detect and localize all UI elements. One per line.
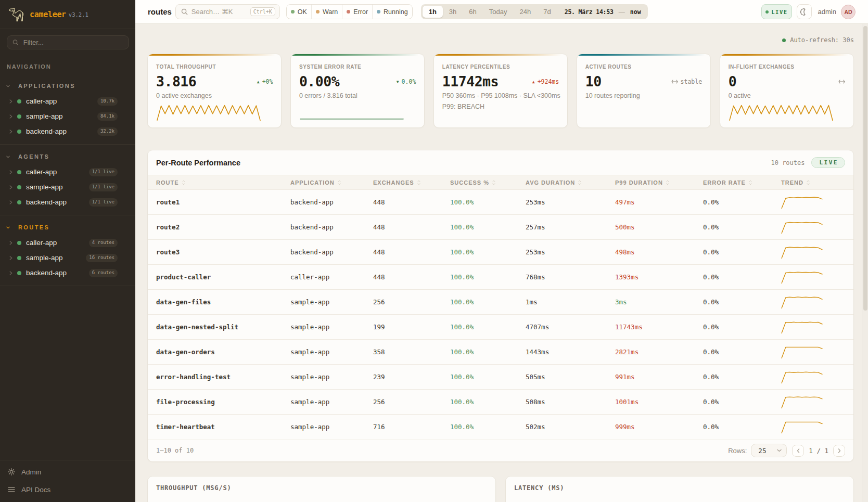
next-page-button[interactable] — [833, 445, 845, 457]
status-dot — [17, 200, 21, 204]
table-row-product-caller[interactable]: product-callercaller-app448100.0%768ms13… — [148, 265, 853, 290]
user-avatar[interactable]: AD — [841, 5, 856, 19]
p99-duration: 500ms — [615, 215, 703, 240]
live-button[interactable]: LIVE — [761, 4, 792, 19]
table-row-data-gen-files[interactable]: data-gen-filessample-app256100.0%1ms3ms0… — [148, 290, 853, 315]
table-row-route3[interactable]: route3backend-app448100.0%253ms498ms0.0% — [148, 240, 853, 265]
kpi-subtitle: 10 routes reporting — [585, 92, 702, 100]
table-footer: 1–10 of 10 Rows: 25 1 / 1 — [148, 440, 853, 461]
status-dot — [17, 130, 21, 134]
trend-sparkline — [781, 365, 853, 390]
sidebar-item-caller-app[interactable]: caller-app4 routes — [0, 235, 135, 250]
time-range-24h[interactable]: 24h — [513, 6, 537, 18]
table-row-error-handling-test[interactable]: error-handling-testsample-app239100.0%50… — [148, 365, 853, 390]
table-row-route1[interactable]: route1backend-app448100.0%253ms497ms0.0% — [148, 190, 853, 215]
sidebar-item-backend-app[interactable]: backend-app6 routes — [0, 265, 135, 280]
kpi-value: 0.00% — [299, 75, 339, 89]
kpi-value: 0 — [729, 75, 736, 89]
nav-group-header-routes[interactable]: ROUTES — [0, 220, 135, 235]
search-placeholder: Search… ⌘K — [192, 8, 247, 16]
p99-duration: 991ms — [615, 365, 703, 390]
table-row-file-processing[interactable]: file-processingsample-app256100.0%508ms1… — [148, 390, 853, 415]
trend-sparkline — [781, 340, 853, 365]
time-range-3h[interactable]: 3h — [443, 6, 463, 18]
column-header-application[interactable]: APPLICATION — [290, 175, 373, 190]
kpi-accent-bar — [291, 54, 424, 56]
nav-section-label: NAVIGATION — [7, 63, 135, 70]
sidebar-item-backend-app[interactable]: backend-app1/1 live — [0, 195, 135, 210]
application-name: caller-app — [290, 265, 373, 290]
column-header-avg-duration[interactable]: AVG DURATION — [526, 175, 615, 190]
error-rate: 0.0% — [703, 215, 781, 240]
sidebar-item-sample-app[interactable]: sample-app84.1k — [0, 109, 135, 124]
avg-duration: 502ms — [526, 415, 615, 440]
sidebar-item-backend-app[interactable]: backend-app32.2k — [0, 124, 135, 139]
sidebar-item-badge: 4 routes — [89, 239, 118, 247]
status-filter-label: Warn — [323, 8, 338, 16]
application-name: sample-app — [290, 390, 373, 415]
kpi-subtitle: 0 active exchanges — [156, 92, 273, 100]
time-range-separator: — — [619, 8, 625, 16]
avg-duration: 253ms — [526, 190, 615, 215]
sidebar-item-caller-app[interactable]: caller-app1/1 live — [0, 164, 135, 179]
column-header-inner: ROUTE — [148, 179, 290, 186]
sidebar-item-sample-app[interactable]: sample-app16 routes — [0, 250, 135, 265]
column-header-trend[interactable]: TREND — [781, 175, 853, 190]
exchanges-count: 239 — [373, 365, 450, 390]
p99-duration: 11743ms — [615, 315, 703, 340]
autorefresh-dot — [782, 38, 786, 42]
global-search[interactable]: Search… ⌘K Ctrl+K — [175, 4, 280, 19]
theme-toggle-button[interactable] — [797, 4, 812, 19]
column-header-inner: AVG DURATION — [526, 179, 615, 186]
status-filter-running[interactable]: Running — [373, 5, 412, 19]
column-header-p99-duration[interactable]: P99 DURATION — [615, 175, 703, 190]
sidebar-filter[interactable] — [7, 35, 129, 49]
status-filter-warn[interactable]: Warn — [312, 5, 342, 19]
application-name: backend-app — [290, 215, 373, 240]
column-header-inner: EXCHANGES — [373, 179, 450, 186]
sidebar: cameleer v3.2.1 NAVIGATION APPLICATIONSc… — [0, 0, 135, 502]
application-name: backend-app — [290, 190, 373, 215]
nav-group-header-applications[interactable]: APPLICATIONS — [0, 78, 135, 94]
column-header-success-[interactable]: SUCCESS % — [450, 175, 526, 190]
nav-group-header-agents[interactable]: AGENTS — [0, 149, 135, 164]
column-header-inner: APPLICATION — [290, 179, 373, 186]
time-range-today[interactable]: Today — [483, 6, 514, 18]
trend-sparkline — [781, 415, 853, 440]
autorefresh-indicator: Auto-refresh: 30s — [147, 36, 854, 44]
exchanges-count: 448 — [373, 215, 450, 240]
page-scrollbar[interactable] — [862, 24, 868, 502]
kpi-value-row: 3.816▲+0% — [156, 74, 273, 89]
column-header-route[interactable]: ROUTE — [148, 175, 290, 190]
logo-row: cameleer v3.2.1 — [0, 0, 135, 29]
kpi-value-row: 11742ms▲+924ms — [442, 74, 559, 89]
rows-per-page-value: 25 — [758, 447, 777, 455]
error-rate: 0.0% — [703, 390, 781, 415]
prev-page-button[interactable] — [792, 445, 804, 457]
chevron-down-icon — [6, 84, 10, 88]
sidebar-footer-admin[interactable]: Admin — [0, 463, 135, 481]
table-row-data-gen-nested-split[interactable]: data-gen-nested-splitsample-app199100.0%… — [148, 315, 853, 340]
chevron-down-icon — [6, 155, 10, 159]
table-row-timer-heartbeat[interactable]: timer-heartbeatsample-app716100.0%502ms9… — [148, 415, 853, 440]
kpi-accent-bar — [577, 54, 710, 56]
sidebar-item-caller-app[interactable]: caller-app10.7k — [0, 94, 135, 109]
sidebar-footer-api-docs[interactable]: API Docs — [0, 481, 135, 498]
brand-name: cameleer — [30, 10, 66, 19]
chevron-right-icon — [838, 448, 841, 453]
time-range-1h[interactable]: 1h — [423, 6, 443, 18]
status-filter-ok[interactable]: OK — [287, 5, 312, 19]
column-header-error-rate[interactable]: ERROR RATE — [703, 175, 781, 190]
scrollbar-thumb[interactable] — [863, 26, 867, 311]
table-row-route2[interactable]: route2backend-app448100.0%257ms500ms0.0% — [148, 215, 853, 240]
time-range-6h[interactable]: 6h — [463, 6, 482, 18]
table-row-data-gen-orders[interactable]: data-gen-orderssample-app358100.0%1443ms… — [148, 340, 853, 365]
filter-input[interactable] — [23, 38, 123, 46]
column-header-exchanges[interactable]: EXCHANGES — [373, 175, 450, 190]
rows-per-page-select[interactable]: 25 — [751, 444, 787, 457]
sidebar-item-name: sample-app — [26, 112, 97, 120]
sidebar-item-sample-app[interactable]: sample-app1/1 live — [0, 179, 135, 195]
time-range-7d[interactable]: 7d — [537, 6, 557, 18]
kpi-sparkline — [729, 104, 833, 122]
status-filter-error[interactable]: Error — [342, 5, 373, 19]
